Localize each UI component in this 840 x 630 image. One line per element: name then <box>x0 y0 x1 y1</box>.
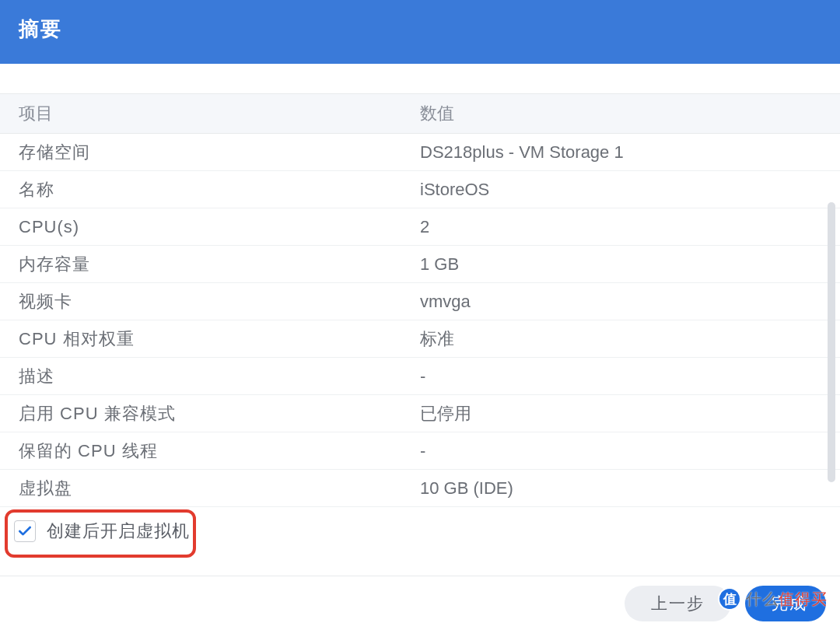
row-key: 视频卡 <box>0 290 404 313</box>
row-value: 2 <box>404 217 840 237</box>
row-key: 名称 <box>0 178 404 201</box>
row-value: 已停用 <box>404 402 840 425</box>
table-row: 启用 CPU 兼容模式 已停用 <box>0 395 840 432</box>
summary-table: 项目 数值 存储空间 DS218plus - VM Storage 1 名称 i… <box>0 93 840 507</box>
row-value: 标准 <box>404 327 840 351</box>
table-row: 保留的 CPU 线程 - <box>0 432 840 470</box>
content-area: 项目 数值 存储空间 DS218plus - VM Storage 1 名称 i… <box>0 64 840 507</box>
table-row: 存储空间 DS218plus - VM Storage 1 <box>0 134 840 171</box>
table-header-key: 项目 <box>0 102 404 125</box>
row-value: - <box>404 441 840 461</box>
table-row: 虚拟盘 10 GB (IDE) <box>0 470 840 507</box>
dialog-header: 摘要 <box>0 0 840 64</box>
row-key: 内存容量 <box>0 253 404 276</box>
done-button[interactable]: 完成 <box>745 586 826 621</box>
table-row: 视频卡 vmvga <box>0 283 840 320</box>
power-on-checkbox[interactable] <box>14 520 36 542</box>
row-key: 描述 <box>0 365 404 388</box>
row-value: vmvga <box>404 292 840 312</box>
power-on-checkbox-row[interactable]: 创建后开启虚拟机 <box>14 520 190 543</box>
row-key: 保留的 CPU 线程 <box>0 439 404 463</box>
check-icon <box>17 523 33 539</box>
table-header-row: 项目 数值 <box>0 93 840 134</box>
dialog-footer: 上一步 完成 <box>0 576 840 630</box>
table-row: CPU(s) 2 <box>0 208 840 246</box>
table-row: 描述 - <box>0 358 840 395</box>
row-value: iStoreOS <box>404 180 840 200</box>
dialog-title: 摘要 <box>19 16 62 43</box>
row-key: 存储空间 <box>0 141 404 164</box>
power-on-checkbox-label: 创建后开启虚拟机 <box>47 520 190 543</box>
row-value: DS218plus - VM Storage 1 <box>404 142 840 163</box>
row-key: CPU(s) <box>0 217 404 237</box>
table-row: 名称 iStoreOS <box>0 171 840 208</box>
table-row: 内存容量 1 GB <box>0 246 840 283</box>
table-row: CPU 相对权重 标准 <box>0 320 840 358</box>
row-value: - <box>404 366 840 387</box>
row-key: CPU 相对权重 <box>0 327 404 351</box>
scrollbar-thumb[interactable] <box>828 202 835 482</box>
row-key: 启用 CPU 兼容模式 <box>0 402 404 425</box>
row-key: 虚拟盘 <box>0 477 404 500</box>
table-body: 存储空间 DS218plus - VM Storage 1 名称 iStoreO… <box>0 134 840 507</box>
back-button[interactable]: 上一步 <box>625 586 731 621</box>
row-value: 10 GB (IDE) <box>404 478 840 499</box>
row-value: 1 GB <box>404 254 840 275</box>
table-header-value: 数值 <box>404 102 840 125</box>
